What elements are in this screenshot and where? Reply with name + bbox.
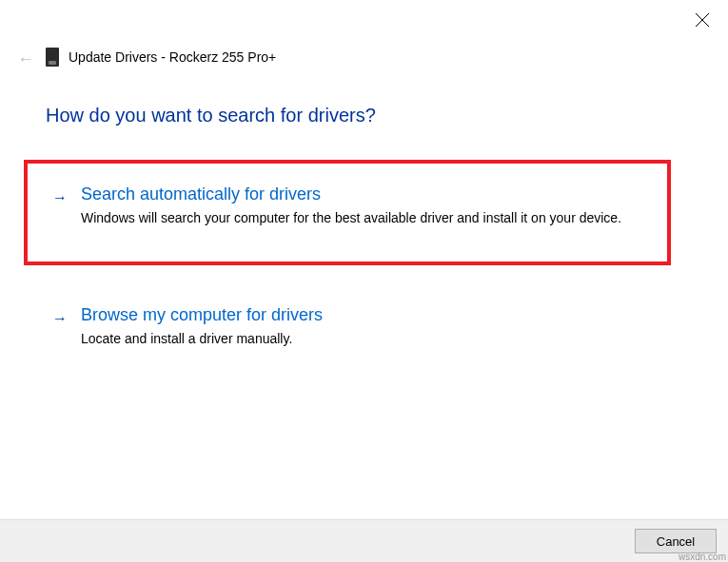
option-body: Search automatically for drivers Windows… (81, 184, 644, 227)
page-heading: How do you want to search for drivers? (46, 105, 376, 126)
device-icon (46, 48, 59, 67)
arrow-right-icon: → (52, 310, 68, 327)
window-title-row: Update Drivers - Rockerz 255 Pro+ (46, 48, 276, 67)
watermark: wsxdn.com (679, 552, 726, 562)
option-body: Browse my computer for drivers Locate an… (81, 305, 644, 348)
close-button[interactable] (694, 11, 711, 29)
window-title: Update Drivers - Rockerz 255 Pro+ (69, 49, 276, 65)
back-arrow-icon: ← (17, 49, 34, 69)
footer-bar: Cancel (0, 519, 728, 562)
option-description: Locate and install a driver manually. (81, 329, 644, 348)
option-search-automatically[interactable]: → Search automatically for drivers Windo… (24, 160, 671, 265)
option-description: Windows will search your computer for th… (81, 208, 644, 227)
cancel-button[interactable]: Cancel (635, 529, 717, 553)
option-browse-computer[interactable]: → Browse my computer for drivers Locate … (24, 288, 671, 369)
options-list: → Search automatically for drivers Windo… (24, 160, 671, 393)
option-title: Search automatically for drivers (81, 184, 644, 204)
option-title: Browse my computer for drivers (81, 305, 644, 325)
arrow-right-icon: → (52, 189, 68, 206)
